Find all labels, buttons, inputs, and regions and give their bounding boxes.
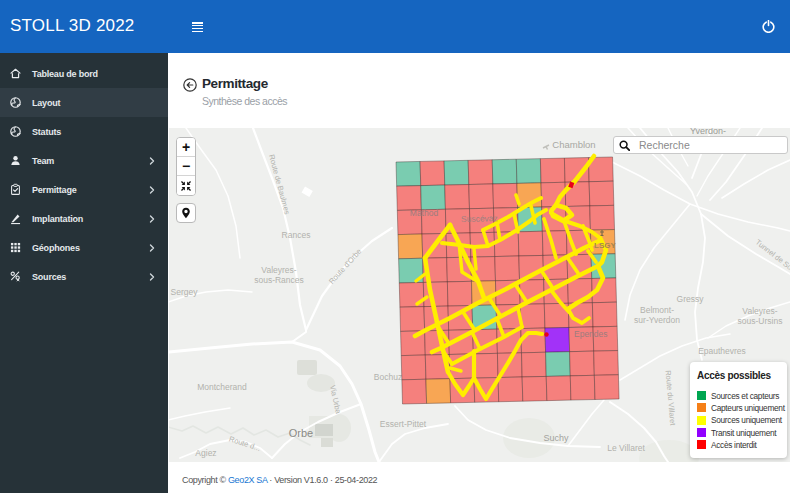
svg-text:sous-Ursins: sous-Ursins bbox=[738, 316, 783, 326]
svg-text:Orbe: Orbe bbox=[289, 427, 313, 439]
svg-text:Valeyres-: Valeyres- bbox=[261, 265, 296, 275]
svg-text:Ependes: Ependes bbox=[574, 329, 608, 339]
svg-text:Belmont-: Belmont- bbox=[640, 305, 674, 315]
svg-text:Mathod: Mathod bbox=[410, 208, 439, 218]
svg-text:Suchy: Suchy bbox=[543, 433, 569, 443]
svg-text:Le Villaret: Le Villaret bbox=[607, 443, 645, 453]
svg-text:sur-Yverdon: sur-Yverdon bbox=[634, 315, 680, 325]
svg-text:Rances: Rances bbox=[282, 230, 311, 240]
svg-text:Montcherand: Montcherand bbox=[197, 382, 247, 392]
svg-text:Essert-Pittet: Essert-Pittet bbox=[380, 419, 427, 429]
svg-text:Valeyres-: Valeyres- bbox=[742, 306, 777, 316]
svg-text:Chamblon: Chamblon bbox=[552, 139, 595, 150]
svg-text:LSGY: LSGY bbox=[594, 241, 616, 250]
svg-text:Sergey: Sergey bbox=[171, 287, 199, 297]
svg-text:Gressy: Gressy bbox=[677, 294, 705, 304]
svg-text:Suscévaz: Suscévaz bbox=[461, 213, 498, 224]
svg-text:Yverdon-: Yverdon- bbox=[690, 128, 726, 136]
svg-text:Epauthevres: Epauthevres bbox=[698, 346, 746, 356]
svg-text:Agiez: Agiez bbox=[195, 448, 216, 458]
svg-text:Bochuz: Bochuz bbox=[374, 372, 402, 382]
svg-text:sous-Rances: sous-Rances bbox=[254, 275, 304, 285]
